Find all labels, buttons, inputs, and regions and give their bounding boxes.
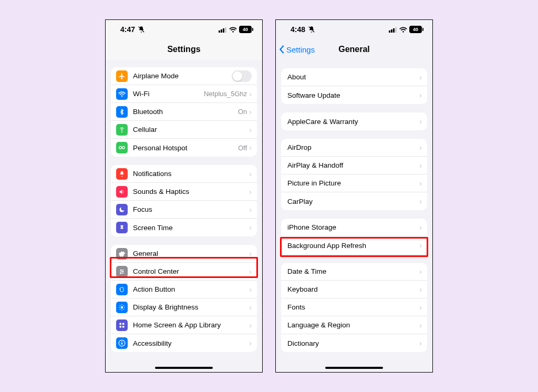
row-notifications[interactable]: Notifications ›	[111, 165, 257, 183]
bell-icon	[116, 168, 128, 180]
row-fonts[interactable]: Fonts ›	[281, 298, 427, 316]
home-indicator	[325, 367, 383, 369]
row-home-screen[interactable]: Home Screen & App Library ›	[111, 316, 257, 334]
row-dictionary[interactable]: Dictionary ›	[281, 334, 427, 352]
row-label: AppleCare & Warranty	[287, 118, 419, 126]
airplane-icon	[116, 70, 128, 82]
chevron-right-icon: ›	[249, 303, 252, 312]
row-label: Software Update	[287, 91, 419, 99]
svg-rect-2	[221, 29, 222, 33]
row-airdrop[interactable]: AirDrop ›	[281, 139, 427, 157]
row-accessibility[interactable]: Accessibility ›	[111, 334, 257, 352]
chevron-right-icon: ›	[249, 108, 252, 116]
wifi-icon	[399, 27, 407, 33]
gear-icon	[116, 248, 128, 260]
svg-point-6	[122, 147, 125, 149]
row-label: General	[133, 250, 249, 257]
row-about[interactable]: About ›	[281, 68, 427, 86]
row-sounds[interactable]: Sounds & Haptics ›	[111, 183, 257, 201]
general-group-applecare: AppleCare & Warranty ›	[281, 112, 427, 130]
chevron-right-icon: ›	[419, 73, 422, 81]
row-value: Netplus_5Ghz	[204, 90, 247, 98]
svg-point-12	[120, 273, 121, 274]
row-date-time[interactable]: Date & Time ›	[281, 263, 427, 281]
svg-point-29	[121, 341, 122, 342]
svg-rect-27	[122, 326, 125, 328]
status-bar: 4:48 40	[276, 20, 432, 39]
settings-group-general: General › Control Center › Action Button…	[111, 245, 257, 352]
bell-slash-icon	[308, 26, 315, 33]
row-focus[interactable]: Focus ›	[111, 201, 257, 219]
chevron-right-icon: ›	[419, 197, 422, 205]
svg-rect-33	[393, 28, 395, 33]
svg-point-8	[121, 270, 122, 271]
row-display[interactable]: Display & Brightness ›	[111, 298, 257, 316]
svg-point-5	[119, 147, 122, 149]
chevron-right-icon: ›	[419, 241, 422, 250]
chevron-right-icon: ›	[249, 205, 252, 214]
nav-bar: Settings General	[276, 39, 432, 60]
wifi-icon	[116, 88, 128, 100]
row-action-button[interactable]: Action Button ›	[111, 281, 257, 298]
row-iphone-storage[interactable]: iPhone Storage ›	[281, 219, 427, 236]
status-bar: 4:47 40	[106, 20, 262, 39]
row-label: Accessibility	[133, 339, 249, 347]
nav-bar: Settings	[106, 39, 262, 60]
row-background-app-refresh[interactable]: Background App Refresh ›	[281, 236, 427, 254]
row-control-center[interactable]: Control Center ›	[111, 263, 257, 281]
status-time: 4:47	[120, 25, 135, 34]
back-button[interactable]: Settings	[279, 39, 315, 60]
row-software-update[interactable]: Software Update ›	[281, 86, 427, 104]
sliders-icon	[116, 266, 128, 277]
svg-rect-4	[225, 27, 226, 33]
row-label: Wi-Fi	[133, 90, 204, 98]
chevron-right-icon: ›	[249, 126, 252, 134]
svg-point-15	[121, 306, 123, 308]
row-label: Personal Hotspot	[133, 144, 238, 152]
phone-settings-general: 4:48 40 Settings General About › Softwar…	[275, 19, 433, 373]
general-group-datetime: Date & Time › Keyboard › Fonts › Languag…	[281, 263, 427, 352]
row-language-region[interactable]: Language & Region ›	[281, 316, 427, 334]
row-picture-in-picture[interactable]: Picture in Picture ›	[281, 174, 427, 192]
row-label: Background App Refresh	[287, 242, 419, 250]
row-bluetooth[interactable]: Bluetooth On ›	[111, 103, 257, 121]
row-label: Notifications	[133, 170, 249, 178]
speaker-icon	[116, 186, 128, 198]
bluetooth-icon	[116, 106, 128, 118]
chevron-right-icon: ›	[419, 321, 422, 329]
row-label: Airplane Mode	[133, 72, 232, 80]
row-hotspot[interactable]: Personal Hotspot Off ›	[111, 139, 257, 157]
row-label: Screen Time	[133, 224, 249, 232]
row-label: Bluetooth	[133, 108, 238, 116]
row-label: Sounds & Haptics	[133, 188, 249, 195]
chevron-right-icon: ›	[249, 285, 252, 294]
row-label: Control Center	[133, 267, 249, 275]
general-group-about: About › Software Update ›	[281, 68, 427, 104]
row-general[interactable]: General ›	[111, 245, 257, 263]
status-time: 4:48	[291, 25, 305, 34]
row-keyboard[interactable]: Keyboard ›	[281, 281, 427, 298]
row-label: AirDrop	[287, 143, 419, 151]
svg-line-23	[123, 305, 124, 305]
row-cellular[interactable]: Cellular ›	[111, 121, 257, 139]
svg-line-21	[123, 308, 124, 309]
grid-icon	[116, 319, 128, 331]
airplane-toggle[interactable]	[232, 70, 252, 82]
battery-indicator: 40	[409, 26, 422, 33]
svg-rect-24	[120, 323, 122, 325]
row-screen-time[interactable]: Screen Time ›	[111, 219, 257, 236]
wifi-icon	[229, 27, 237, 33]
home-indicator	[155, 367, 213, 369]
svg-point-10	[122, 271, 123, 272]
svg-rect-26	[120, 326, 122, 328]
row-airplay-handoff[interactable]: AirPlay & Handoff ›	[281, 157, 427, 174]
row-wifi[interactable]: Wi-Fi Netplus_5Ghz ›	[111, 85, 257, 103]
cellular-signal-icon	[219, 27, 227, 33]
row-applecare[interactable]: AppleCare & Warranty ›	[281, 112, 427, 130]
row-value: Off	[238, 144, 247, 152]
chevron-right-icon: ›	[419, 117, 422, 126]
row-carplay[interactable]: CarPlay ›	[281, 192, 427, 210]
row-airplane-mode[interactable]: Airplane Mode	[111, 67, 257, 85]
accessibility-icon	[116, 337, 128, 349]
chevron-right-icon: ›	[419, 267, 422, 276]
